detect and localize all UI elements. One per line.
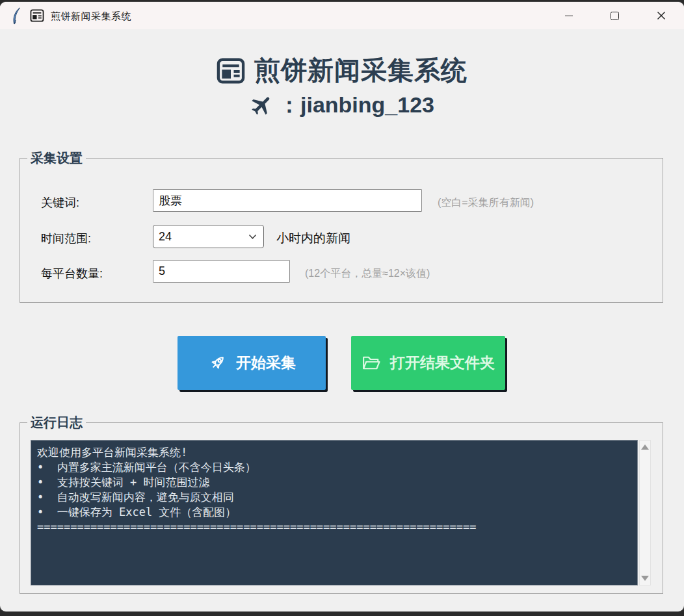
keyword-input[interactable]	[153, 189, 422, 212]
settings-groupbox: 采集设置 关键词: (空白=采集所有新闻) 时间范围: 24 小时内的新闻 每平…	[20, 158, 663, 303]
time-range-value: 24	[159, 230, 248, 244]
log-line: • 支持按关键词 + 时间范围过滤	[37, 475, 637, 490]
minimize-button[interactable]	[550, 2, 588, 29]
close-button[interactable]	[642, 2, 680, 29]
window-title: 煎饼新闻采集系统	[51, 10, 131, 23]
maximize-button[interactable]	[596, 2, 633, 29]
close-icon	[657, 11, 666, 20]
log-output: 欢迎使用多平台新闻采集系统! • 内置多家主流新闻平台（不含今日头条） • 支持…	[31, 440, 638, 585]
settings-legend: 采集设置	[27, 149, 86, 167]
screen-background: 煎饼新闻采集系统	[0, 0, 684, 616]
start-collect-button[interactable]: 开始采集	[178, 336, 326, 390]
rocket-icon	[207, 353, 227, 373]
time-range-suffix: 小时内的新闻	[276, 230, 350, 247]
app-window: 煎饼新闻采集系统	[0, 2, 684, 611]
log-line: • 内置多家主流新闻平台（不含今日头条）	[37, 460, 637, 475]
open-folder-icon	[362, 355, 381, 371]
per-platform-count-label: 每平台数量:	[41, 266, 103, 281]
app-header: 煎饼新闻采集系统	[0, 53, 684, 88]
per-platform-count-input[interactable]	[153, 260, 290, 283]
log-line: • 一键保存为 Excel 文件（含配图）	[37, 505, 637, 520]
app-subheader: ：jianbing_123	[0, 90, 684, 120]
python-feather-icon	[10, 7, 23, 25]
newspaper-icon	[217, 58, 245, 84]
app-title: 煎饼新闻采集系统	[254, 53, 467, 88]
time-range-combobox[interactable]: 24	[153, 225, 264, 248]
airplane-icon	[250, 93, 274, 118]
titlebar: 煎饼新闻采集系统	[0, 2, 684, 29]
log-line: • 自动改写新闻内容，避免与原文相同	[37, 490, 637, 505]
open-results-folder-label: 打开结果文件夹	[390, 353, 495, 373]
contact-id: ：jianbing_123	[278, 90, 434, 120]
log-groupbox: 运行日志 欢迎使用多平台新闻采集系统! • 内置多家主流新闻平台（不含今日头条）…	[20, 422, 663, 594]
start-collect-label: 开始采集	[236, 353, 296, 373]
log-line: ========================================…	[37, 520, 637, 535]
open-results-folder-button[interactable]: 打开结果文件夹	[351, 336, 505, 390]
chevron-down-icon	[248, 234, 257, 240]
scroll-up-icon[interactable]	[641, 444, 649, 450]
keyword-hint: (空白=采集所有新闻)	[438, 196, 534, 210]
log-line: 欢迎使用多平台新闻采集系统!	[37, 445, 637, 460]
per-platform-count-hint: (12个平台，总量≈12×该值)	[305, 267, 430, 281]
log-scrollbar[interactable]	[639, 440, 651, 585]
scroll-down-icon[interactable]	[641, 576, 649, 581]
newspaper-icon	[30, 9, 44, 22]
time-range-label: 时间范围:	[41, 231, 91, 246]
keyword-label: 关键词:	[41, 195, 79, 211]
maximize-icon	[611, 12, 619, 20]
minimize-icon	[565, 16, 573, 16]
log-legend: 运行日志	[27, 414, 86, 431]
